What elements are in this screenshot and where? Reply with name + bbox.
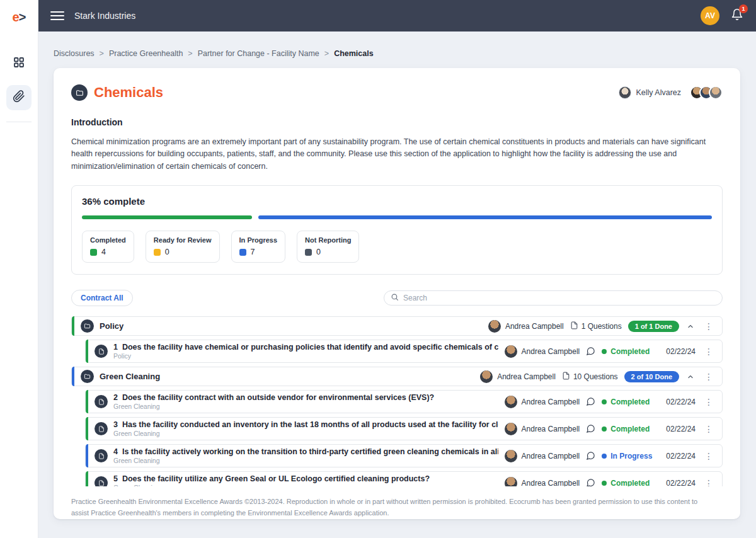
section-question-count: 1 Questions	[570, 321, 622, 331]
status-badge: Completed	[602, 479, 660, 487]
hamburger-menu-icon[interactable]	[50, 11, 64, 20]
comment-icon[interactable]	[586, 397, 595, 406]
status-badge: Completed	[602, 425, 660, 433]
section-accent-bar	[72, 316, 74, 336]
notreporting-color-swatch	[305, 249, 312, 256]
question-menu-icon[interactable]: ⋮	[702, 478, 716, 487]
question-doc-icon	[94, 476, 108, 486]
comment-icon[interactable]	[586, 478, 595, 486]
dashboard-grid-icon	[13, 56, 25, 71]
owner-chip[interactable]: Kelly Alvarez	[619, 86, 681, 99]
question-list: Policy Andrea Campbell 1 Questions 1 of …	[71, 316, 723, 486]
comment-icon[interactable]	[586, 424, 595, 433]
search-icon	[391, 292, 399, 304]
status-chip-not-reporting[interactable]: Not Reporting 0	[297, 231, 359, 263]
sidebar-item-disclosures[interactable]	[6, 85, 32, 110]
question-assignee[interactable]: Andrea Campbell	[505, 396, 580, 408]
inprogress-color-swatch	[239, 249, 246, 256]
status-chip-ready-for-review[interactable]: Ready for Review 0	[146, 231, 220, 263]
breadcrumb-practice-greenhealth[interactable]: Practice Greenhealth	[109, 49, 183, 58]
bell-icon	[731, 12, 743, 23]
comment-icon[interactable]	[586, 451, 595, 461]
assignee-avatar	[505, 396, 517, 408]
section-header-green-cleaning[interactable]: Green Cleaning Andrea Campbell 10 Questi…	[71, 367, 723, 386]
question-assignee[interactable]: Andrea Campbell	[505, 345, 580, 358]
progress-percent-label: 36% complete	[82, 196, 712, 207]
question-doc-icon	[94, 395, 108, 408]
question-date: 02/22/24	[666, 398, 696, 406]
section-assignee[interactable]: Andrea Campbell	[488, 320, 564, 333]
owner-avatar	[619, 86, 631, 99]
comment-icon[interactable]	[586, 346, 595, 356]
completed-color-swatch	[90, 249, 97, 256]
section-assignee[interactable]: Andrea Campbell	[480, 370, 556, 383]
section-menu-icon[interactable]: ⋮	[702, 321, 716, 331]
question-row-4[interactable]: 4Is the facility actively working on the…	[85, 444, 723, 467]
user-avatar[interactable]: AV	[701, 6, 719, 25]
question-menu-icon[interactable]: ⋮	[702, 397, 716, 407]
search-box[interactable]	[384, 290, 723, 306]
rail-divider	[6, 122, 32, 122]
search-input[interactable]	[403, 294, 716, 302]
question-assignee[interactable]: Andrea Campbell	[505, 450, 580, 462]
question-category: Policy	[113, 352, 498, 360]
progress-bar-completed-segment	[82, 215, 252, 219]
status-badge: In Progress	[602, 452, 660, 461]
question-accent-bar	[86, 444, 88, 467]
question-assignee[interactable]: Andrea Campbell	[505, 423, 580, 435]
question-text: Does the facility contract with an outsi…	[122, 393, 434, 402]
owner-name: Kelly Alvarez	[636, 88, 681, 97]
question-row-2[interactable]: 2Does the facility contract with an outs…	[85, 390, 723, 413]
question-menu-icon[interactable]: ⋮	[702, 346, 716, 357]
assignee-avatar	[505, 423, 517, 435]
question-menu-icon[interactable]: ⋮	[702, 451, 716, 461]
question-menu-icon[interactable]: ⋮	[702, 424, 716, 434]
breadcrumb-partner-for-change[interactable]: Partner for Change - Facility Name	[198, 49, 319, 58]
document-icon	[570, 321, 578, 331]
notifications-button[interactable]: 1	[731, 8, 743, 23]
folder-icon	[81, 370, 94, 383]
collapse-chevron-icon[interactable]	[685, 373, 696, 381]
page-title: Chemicals	[94, 84, 163, 101]
section-accent-bar	[72, 367, 74, 386]
question-text: Is the facility actively working on the …	[122, 447, 498, 456]
team-avatars[interactable]	[690, 86, 723, 100]
notification-badge: 1	[739, 4, 748, 13]
question-doc-icon	[94, 345, 108, 358]
question-category: Green Cleaning	[113, 430, 498, 437]
progress-summary: 36% complete Completed 4 Ready for Revie…	[71, 185, 723, 275]
assignee-avatar	[505, 477, 517, 487]
section-menu-icon[interactable]: ⋮	[702, 372, 716, 382]
question-row-3[interactable]: 3Has the facility conducted an inventory…	[85, 417, 723, 440]
question-category: Green Cleaning	[113, 484, 498, 486]
question-text: Has the facility conducted an inventory …	[122, 420, 498, 429]
folder-icon	[81, 319, 94, 333]
assignee-avatar	[480, 370, 493, 383]
question-row-1[interactable]: 1Does the facility have chemical or purc…	[85, 340, 723, 363]
question-date: 02/22/24	[666, 452, 696, 461]
section-header-policy[interactable]: Policy Andrea Campbell 1 Questions 1 of …	[71, 316, 723, 336]
question-date: 02/22/24	[666, 479, 696, 487]
progress-bar-remaining-segment	[258, 215, 712, 219]
breadcrumb-disclosures[interactable]: Disclosures	[54, 49, 94, 58]
introduction-heading: Introduction	[71, 117, 723, 127]
collapse-chevron-icon[interactable]	[685, 323, 696, 330]
left-rail: e>	[0, 0, 38, 538]
question-assignee[interactable]: Andrea Campbell	[505, 477, 580, 487]
contract-all-button[interactable]: Contract All	[71, 290, 133, 306]
breadcrumb-current: Chemicals	[334, 49, 374, 58]
sidebar-item-dashboard[interactable]	[6, 51, 32, 76]
section-title: Green Cleaning	[100, 372, 160, 381]
question-accent-bar	[86, 417, 88, 440]
question-category: Green Cleaning	[113, 457, 498, 464]
ecocrumb-logo[interactable]: e>	[13, 10, 26, 25]
question-doc-icon	[94, 449, 108, 462]
status-chip-completed[interactable]: Completed 4	[82, 231, 134, 263]
section-done-pill: 2 of 10 Done	[624, 371, 679, 382]
assignee-avatar	[505, 345, 517, 358]
status-chip-in-progress[interactable]: In Progress 7	[231, 231, 286, 263]
status-badge: Completed	[602, 347, 660, 356]
question-date: 02/22/24	[666, 425, 696, 433]
question-row-5[interactable]: 5Does the facility utilize any Green Sea…	[85, 471, 723, 486]
section-done-pill: 1 of 1 Done	[628, 321, 679, 332]
